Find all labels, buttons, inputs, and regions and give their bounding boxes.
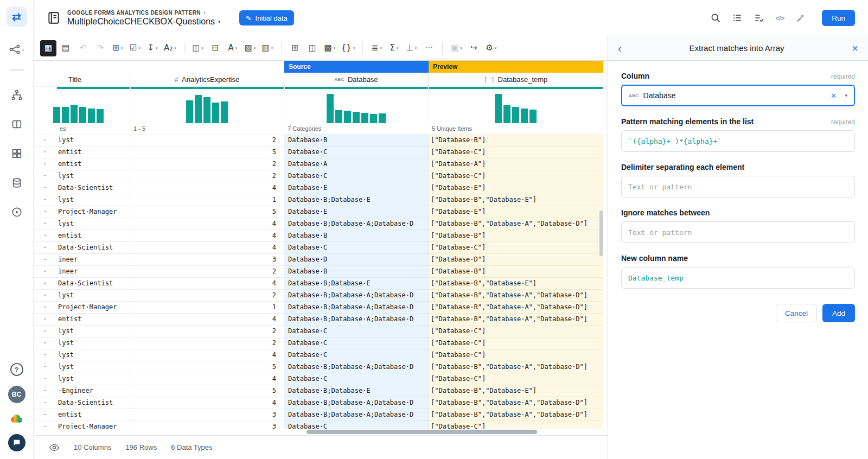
cell-database-temp[interactable]: ["Database·B"] [429,230,603,242]
histogram-bar[interactable] [53,107,60,123]
cell-database[interactable]: Database·B;Database·E [284,278,429,290]
avatar[interactable]: BC [8,386,25,403]
cell-title[interactable]: lyst [56,337,130,349]
cell-title[interactable]: lyst [56,349,130,361]
row-marker[interactable]: · [34,314,56,326]
back-icon[interactable]: ‹ [618,43,622,54]
histogram-bar[interactable] [370,114,377,123]
cell-expertise[interactable]: 1 [130,194,284,206]
grid-view-icon[interactable]: ▦ [40,40,56,56]
cell-database-temp[interactable]: ["Database·B","Database·E"] [429,278,603,290]
row-marker[interactable]: · [34,290,56,302]
goto-icon[interactable]: ↪ [465,40,482,56]
cell-database[interactable]: Database·B;Database·A;Database·D [284,302,429,314]
cell-database-temp[interactable]: ["Database·C"] [429,337,603,349]
aggregate-icon[interactable]: Σ▾ [386,40,402,56]
cell-database[interactable]: Database·B;Database·A;Database·D [284,218,429,230]
cell-expertise[interactable]: 4 [130,349,284,361]
list-view-icon[interactable]: ▤ [58,40,74,56]
histogram-bar[interactable] [88,109,95,123]
pivot-icon[interactable]: ⊥▾ [403,40,419,56]
cell-title[interactable]: lyst [56,135,130,146]
cell-expertise[interactable]: 4 [130,218,284,230]
histogram-bar[interactable] [71,105,78,123]
row-marker[interactable]: · [34,254,56,266]
cell-database-temp[interactable]: ["Database·A"] [429,158,603,170]
add-button[interactable]: Add [822,304,855,322]
table-split-icon[interactable]: ◫ [304,40,321,56]
histogram-bar[interactable] [212,103,219,123]
run-button[interactable]: Run [822,10,855,26]
row-marker[interactable]: · [34,373,56,385]
cell-database[interactable]: Database·C [284,146,429,158]
cell-database[interactable]: Database·B [284,135,429,146]
filter-icon[interactable]: ≣▾ [368,40,385,56]
row-marker[interactable]: · [34,206,56,218]
ignore-input[interactable] [621,221,855,243]
table-rows-icon[interactable]: ⊞ [287,40,303,56]
row-marker[interactable]: · [34,170,56,182]
sidebar-item-jobs[interactable] [11,206,23,218]
column-header-database-temp[interactable]: [ ] Database_temp [429,73,603,86]
cell-title[interactable]: Project·Manager [56,421,130,429]
table-merge-icon[interactable]: ▩▾ [322,40,338,56]
cell-database[interactable]: Database·E [284,206,429,218]
conditions-icon[interactable]: ▥▾ [259,40,276,56]
cell-database[interactable]: Database·B [284,230,429,242]
cell-expertise[interactable]: 3 [130,409,284,421]
preview-eye-button[interactable] [49,442,60,453]
target-icon[interactable]: ▣▾ [448,40,464,56]
eyedropper-button[interactable] [795,13,805,23]
cell-database[interactable]: Database·B;Database·E [284,385,429,397]
histogram-bar[interactable] [327,94,334,123]
cell-database-temp[interactable]: ["Database·C"] [429,349,603,361]
cell-expertise[interactable]: 4 [130,397,284,409]
functions-icon[interactable]: {}▾ [339,40,358,56]
recipe-steps-button[interactable] [732,12,743,23]
row-marker[interactable]: · [34,349,56,361]
cell-database-temp[interactable]: ["Database·B","Database·A","Database·D"] [429,290,603,302]
chat-icon[interactable] [8,434,25,451]
cell-database-temp[interactable]: ["Database·B","Database·E"] [429,194,603,206]
initial-data-button[interactable]: ✎ Initial data [239,10,294,25]
row-marker[interactable]: · [34,146,56,158]
cell-database-temp[interactable]: ["Database·B"] [429,266,603,278]
breadcrumb[interactable]: GOOGLE FORMS ANALYTICS DESIGN PATTERN › [67,10,221,16]
cell-database[interactable]: Database·C [284,326,429,337]
cell-title[interactable]: ·Engineer [56,385,130,397]
cell-database[interactable]: Database·B [284,266,429,278]
histogram-bar[interactable] [344,111,351,123]
row-marker[interactable]: · [34,158,56,170]
cell-expertise[interactable]: 2 [130,290,284,302]
row-marker[interactable]: · [34,182,56,194]
cell-expertise[interactable]: 5 [130,385,284,397]
cell-database-temp[interactable]: ["Database·B","Database·A","Database·D"] [429,409,603,421]
cell-database-temp[interactable]: ["Database·B","Database·A","Database·D"] [429,302,603,314]
cell-title[interactable]: Data·Scientist [56,397,130,409]
sidebar-item-connections[interactable] [11,177,23,189]
page-title[interactable]: MultipleChoiceCHECKBOX-Questions ▾ [67,17,221,27]
cell-database[interactable]: Database·C [284,337,429,349]
row-marker[interactable]: · [34,421,56,429]
cell-title[interactable]: lyst [56,326,130,337]
cell-database-temp[interactable]: ["Database·C"] [429,146,603,158]
cell-title[interactable]: lyst [56,361,130,373]
cell-database-temp[interactable]: ["Database·C"] [429,242,603,254]
cell-expertise[interactable]: 2 [130,158,284,170]
histogram-bar[interactable] [62,107,69,123]
redo-icon[interactable]: ↷ [92,40,108,56]
column-select[interactable]: ABC Database × ▾ [621,85,855,106]
histogram-bar[interactable] [495,94,502,123]
cell-database[interactable]: Database·A [284,158,429,170]
delimiter-input[interactable] [621,176,855,197]
row-marker[interactable]: · [34,230,56,242]
row-marker[interactable]: · [34,302,56,314]
cell-title[interactable]: entist [56,158,130,170]
cell-database[interactable]: Database·C [284,421,429,429]
cell-title[interactable]: lyst [56,170,130,182]
undo-icon[interactable]: ↶ [75,40,91,56]
cell-expertise[interactable]: 3 [130,254,284,266]
row-marker[interactable]: · [34,409,56,421]
help-icon[interactable]: ? [10,363,23,376]
histogram-bar[interactable] [203,97,210,123]
